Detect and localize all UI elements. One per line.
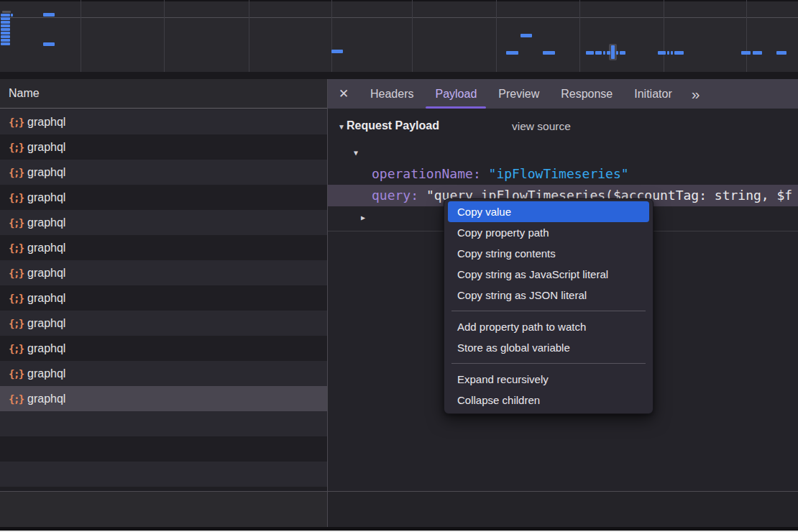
waterfall-bar: [331, 50, 343, 53]
more-tabs-icon[interactable]: »: [692, 79, 699, 109]
section-title: Request Payload: [347, 119, 439, 132]
request-name-label: graphql: [27, 242, 65, 254]
waterfall-bar: [620, 51, 625, 55]
detail-tabbar: ✕ HeadersPayloadPreviewResponseInitiator…: [328, 79, 798, 109]
tab-payload[interactable]: Payload: [424, 79, 487, 109]
tab-initiator[interactable]: Initiator: [623, 79, 682, 109]
fetch-json-icon: {;}: [9, 217, 27, 229]
collapse-triangle-icon[interactable]: ▼: [338, 123, 345, 131]
network-request-row[interactable]: {;}graphql: [0, 210, 327, 235]
network-request-row[interactable]: {;}graphql: [0, 185, 327, 210]
footer-left-area: [0, 492, 327, 527]
network-request-row[interactable]: {;}graphql: [0, 134, 327, 160]
overview-gridline: [496, 0, 497, 72]
overview-gridline: [579, 0, 580, 72]
fetch-json-icon: {;}: [9, 267, 27, 279]
network-overview-timeline[interactable]: [0, 0, 798, 72]
waterfall-bar: [776, 51, 786, 55]
menu-item-copy-string-contents[interactable]: Copy string contents: [448, 243, 649, 264]
waterfall-bar: [741, 51, 751, 55]
menu-separator: [451, 363, 646, 364]
request-name-label: graphql: [27, 367, 65, 380]
view-source-link[interactable]: view source: [512, 120, 571, 133]
request-list-panel: Name {;}graphql{;}graphql{;}graphql{;}gr…: [0, 79, 327, 491]
overview-top-edge: [0, 0, 798, 1]
close-icon[interactable]: ✕: [328, 79, 359, 109]
waterfall-bar: [658, 51, 666, 55]
fetch-json-icon: {;}: [9, 343, 27, 354]
request-name-label: graphql: [27, 141, 65, 154]
network-request-row[interactable]: {;}graphql: [0, 260, 327, 285]
fetch-json-icon: {;}: [9, 368, 27, 380]
menu-item-copy-string-as-json-literal[interactable]: Copy string as JSON literal: [448, 285, 649, 306]
tab-preview[interactable]: Preview: [487, 79, 550, 109]
request-name-label: graphql: [27, 393, 65, 405]
fetch-json-icon: {;}: [9, 318, 27, 329]
empty-stripe-row: [0, 411, 327, 436]
overview-bottom-band: [0, 72, 798, 79]
request-name-label: graphql: [27, 166, 65, 179]
overview-gridline: [664, 0, 664, 72]
request-name-label: graphql: [27, 292, 65, 305]
network-request-row[interactable]: {;}graphql: [0, 386, 327, 411]
menu-item-copy-value[interactable]: Copy value: [448, 201, 649, 222]
waterfall-bar: [1, 28, 10, 31]
request-name-label: graphql: [27, 342, 65, 355]
overview-gridline: [331, 0, 332, 72]
fetch-json-icon: {;}: [9, 192, 27, 203]
waterfall-bar: [43, 42, 55, 46]
tree-operationname-row[interactable]: operationName: "ipFlowTimeseries": [328, 163, 798, 185]
menu-item-add-property-path-to-watch[interactable]: Add property path to watch: [448, 316, 649, 337]
waterfall-bar: [1, 39, 10, 42]
network-request-row[interactable]: {;}graphql: [0, 361, 327, 386]
menu-item-collapse-children[interactable]: Collapse children: [448, 390, 649, 411]
tree-root-row[interactable]: ▼ {operationName: "ipFlowTimeseries", va…: [328, 142, 798, 163]
fetch-json-icon: {;}: [9, 393, 27, 405]
request-name-label: graphql: [27, 267, 65, 280]
waterfall-bar: [1, 21, 10, 24]
overview-gridline: [746, 0, 747, 72]
waterfall-bar: [506, 51, 518, 55]
menu-item-copy-property-path[interactable]: Copy property path: [448, 222, 649, 243]
request-name-label: graphql: [27, 216, 65, 229]
waterfall-bar: [1, 32, 10, 35]
network-request-row[interactable]: {;}graphql: [0, 336, 327, 361]
waterfall-bar: [43, 13, 55, 17]
request-rows: {;}graphql{;}graphql{;}graphql{;}graphql…: [0, 109, 327, 491]
waterfall-bar: [607, 51, 610, 55]
waterfall-bar: [595, 51, 602, 55]
expander-right-icon[interactable]: ▶: [361, 207, 365, 228]
waterfall-bar: [520, 34, 532, 37]
overview-gridline: [249, 0, 249, 72]
fetch-json-icon: {;}: [9, 293, 27, 304]
network-request-row[interactable]: {;}graphql: [0, 160, 327, 185]
empty-stripe-row: [0, 462, 327, 487]
network-request-row[interactable]: {;}graphql: [0, 311, 327, 336]
waterfall-bar: [11, 14, 13, 17]
request-name-label: graphql: [27, 191, 65, 204]
fetch-json-icon: {;}: [9, 167, 27, 178]
waterfall-bar: [753, 51, 762, 55]
network-request-row[interactable]: {;}graphql: [0, 235, 327, 260]
footer-right-area: [328, 492, 798, 527]
overview-gridline: [81, 0, 81, 72]
name-column-header[interactable]: Name: [0, 79, 327, 109]
expander-down-icon[interactable]: ▼: [354, 142, 358, 163]
context-menu: Copy valueCopy property pathCopy string …: [444, 198, 653, 414]
menu-item-store-as-global-variable[interactable]: Store as global variable: [448, 337, 649, 358]
request-name-label: graphql: [27, 116, 65, 129]
menu-item-expand-recursively[interactable]: Expand recursively: [448, 369, 649, 390]
overview-gridline: [412, 0, 413, 72]
waterfall-bar: [1, 14, 10, 17]
network-request-row[interactable]: {;}graphql: [0, 109, 327, 134]
fetch-json-icon: {;}: [9, 116, 27, 128]
request-payload-section-header[interactable]: ▼ Request Payload view source: [328, 119, 798, 137]
menu-separator: [451, 311, 646, 311]
waterfall-bar: [1, 42, 10, 45]
tab-headers[interactable]: Headers: [359, 79, 424, 109]
property-key: operationName:: [372, 166, 481, 181]
tab-response[interactable]: Response: [550, 79, 623, 109]
network-request-row[interactable]: {;}graphql: [0, 285, 327, 311]
menu-item-copy-string-as-javascript-literal[interactable]: Copy string as JavaScript literal: [448, 264, 649, 285]
waterfall-bar: [2, 11, 11, 13]
